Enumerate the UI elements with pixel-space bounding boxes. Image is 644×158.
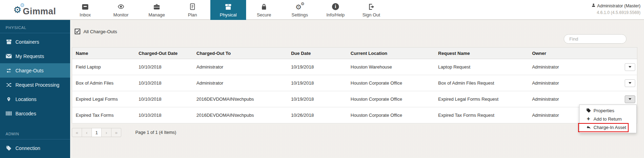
table-cell: Administrator: [529, 75, 624, 91]
sidebar-item-containers[interactable]: Containers: [0, 35, 70, 49]
table-cell: Expired Tax Forms Request: [435, 107, 529, 123]
prev-page-button[interactable]: ‹: [82, 128, 92, 137]
caret-down-icon: [629, 82, 631, 84]
chargeouts-table: Name Charged-Out Date Charged-Out To Due…: [72, 47, 637, 123]
table-cell: 2016DEVDOMAIN\techpubs: [193, 91, 287, 107]
nav-tab-physical[interactable]: Physical: [210, 0, 246, 20]
logo-gears-icon: ⚙⚙: [13, 2, 24, 16]
nav-tab-manage[interactable]: Manage: [139, 0, 175, 20]
envelope-icon: [6, 53, 12, 59]
table-cell: 2016DEVDOMAIN\techpubs: [193, 107, 287, 123]
sidebar-item-connection[interactable]: Connection: [0, 141, 70, 155]
sidebar-section-physical: PHYSICAL: [0, 20, 70, 33]
column-header-actions: [624, 48, 637, 59]
table-header-row: Name Charged-Out Date Charged-Out To Due…: [72, 48, 637, 59]
nav-tab-plan[interactable]: Plan: [175, 0, 210, 20]
nav-tab-inbox[interactable]: Inbox: [67, 0, 103, 20]
pagination-summary: Page 1 of 1 (4 Items): [135, 130, 176, 135]
table-cell: Laptop Request: [435, 59, 529, 75]
app-version: 4.6.1.0 (4.5.6919.5569): [591, 10, 640, 15]
sidebar-section-admin-wrap: ADMIN Connection: [0, 126, 70, 155]
current-page-button[interactable]: 1: [91, 128, 102, 137]
table-cell: Administrator: [529, 59, 624, 75]
person-icon: [591, 3, 596, 8]
nav-tab-settings[interactable]: ⚙⚙ Settings: [282, 0, 318, 20]
column-header[interactable]: Name: [72, 48, 135, 59]
sidebar-item-label: Containers: [15, 39, 39, 45]
nav-tab-monitor[interactable]: Monitor: [103, 0, 139, 20]
sidebar-item-request-processing[interactable]: Request Processing: [0, 78, 70, 92]
table-cell: Expired Legal Forms: [72, 91, 135, 107]
column-header[interactable]: Current Location: [347, 48, 435, 59]
nav-tab-label: Info/Help: [326, 12, 345, 17]
all-chargeouts-toggle[interactable]: All Charge-Outs: [75, 29, 117, 34]
table-row: Expired Legal Forms 10/10/2018 2016DEVDO…: [72, 91, 637, 107]
current-user[interactable]: Administrator (Master): [591, 3, 640, 8]
pagination: « ‹ 1 › » Page 1 of 1 (4 Items): [72, 128, 176, 137]
menu-item-charge-in-asset[interactable]: Charge-In Asset: [579, 123, 636, 131]
tag-icon: [586, 108, 591, 113]
gimmal-logo[interactable]: ⚙⚙ Gimmal: [13, 2, 56, 16]
column-header[interactable]: Charged-Out Date: [135, 48, 193, 59]
table-cell: 10/10/2018: [135, 75, 193, 91]
sidebar-item-label: Request Processing: [15, 82, 59, 88]
nav-tab-label: Manage: [149, 12, 165, 17]
briefcase-icon: [153, 3, 161, 11]
table-cell: 10/19/2018: [287, 59, 347, 75]
nav-tab-sign-out[interactable]: Sign Out: [353, 0, 389, 20]
row-actions-dropdown-button-open[interactable]: [625, 95, 635, 103]
main-nav: Inbox Monitor Manage Plan: [67, 0, 389, 20]
table-row: Expired Tax Forms 10/10/2018 2016DEVDOMA…: [72, 107, 637, 123]
caret-down-icon: [629, 98, 631, 100]
table-cell: Administrator: [193, 75, 287, 91]
row-actions-dropdown-button[interactable]: [625, 79, 635, 87]
nav-tab-label: Monitor: [113, 12, 128, 17]
nav-tab-secure[interactable]: Secure: [246, 0, 282, 20]
first-page-button[interactable]: «: [72, 128, 82, 137]
row-actions-dropdown-button[interactable]: [625, 63, 635, 71]
barcode-icon: [6, 110, 12, 117]
table-cell: 10/10/2018: [135, 59, 193, 75]
next-page-button[interactable]: ›: [101, 128, 111, 137]
sidebar-item-barcodes[interactable]: Barcodes: [0, 106, 70, 121]
sidebar: PHYSICAL Containers My Requests Charge-O…: [0, 20, 70, 158]
container-box-icon: [6, 39, 12, 45]
app-window: ⚙⚙ Gimmal Inbox Monitor Manage: [0, 0, 644, 158]
nav-tab-label: Sign Out: [362, 12, 380, 17]
all-chargeouts-label: All Charge-Outs: [83, 29, 117, 34]
sidebar-item-locations[interactable]: Locations: [0, 92, 70, 106]
table-cell: Houston Warehouse: [347, 59, 435, 75]
table-cell: Houston Corporate Office: [347, 107, 435, 123]
sidebar-item-charge-outs[interactable]: Charge-Outs: [0, 63, 70, 78]
menu-item-add-to-return[interactable]: + Add to Return: [579, 115, 636, 123]
table-cell: Houston Corporate Office: [347, 75, 435, 91]
column-header[interactable]: Owner: [529, 48, 624, 59]
tag-icon: [6, 145, 12, 151]
column-header[interactable]: Request Name: [435, 48, 529, 59]
nav-tab-label: Secure: [257, 12, 271, 17]
table-cell: Administrator: [193, 59, 287, 75]
all-chargeouts-checkbox[interactable]: [75, 29, 80, 34]
find-input[interactable]: [564, 34, 626, 44]
sidebar-item-label: My Requests: [15, 53, 44, 59]
menu-item-properties[interactable]: Properties: [579, 106, 636, 115]
nav-tab-info-help[interactable]: i Info/Help: [318, 0, 353, 20]
inbox-icon: [81, 3, 89, 11]
table-cell: Houston Corporate Office: [347, 91, 435, 107]
plus-icon: +: [586, 116, 591, 122]
sidebar-item-label: Barcodes: [15, 111, 36, 116]
swap-arrows-icon: [6, 67, 12, 74]
logo-text: Gimmal: [23, 6, 56, 16]
user-name: Administrator (Master): [597, 3, 640, 8]
nav-tab-label: Physical: [220, 12, 237, 17]
sidebar-item-my-requests[interactable]: My Requests: [0, 49, 70, 63]
menu-item-label: Add to Return: [594, 116, 622, 122]
table-cell: Box of Admin Files: [72, 75, 135, 91]
table-cell: 10/26/2018: [287, 107, 347, 123]
last-page-button[interactable]: »: [111, 128, 121, 137]
sidebar-section-admin: ADMIN: [0, 126, 70, 139]
column-header[interactable]: Due Date: [287, 48, 347, 59]
table-cell: Expired Legal Forms Request: [435, 91, 529, 107]
table-cell: 10/19/2018: [287, 91, 347, 107]
column-header[interactable]: Charged-Out To: [193, 48, 287, 59]
